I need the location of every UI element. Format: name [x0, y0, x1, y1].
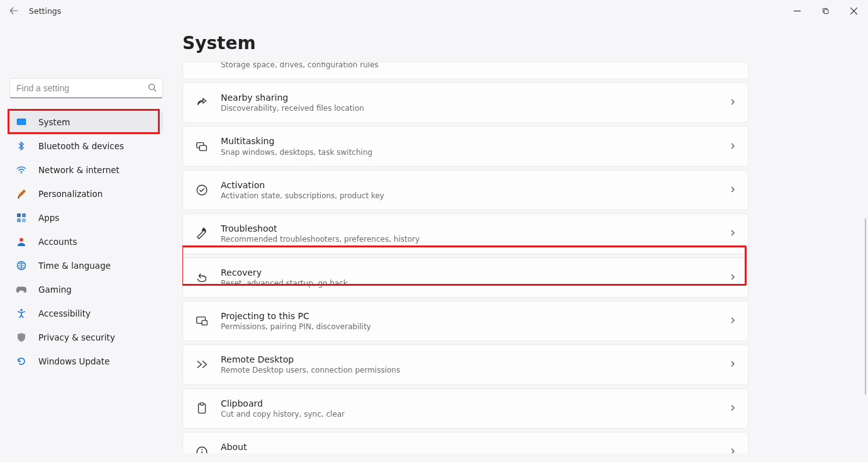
sidebar-item-time-language[interactable]: Time & language	[9, 254, 163, 277]
page-title: System	[170, 33, 868, 54]
sidebar-item-label: Privacy & security	[38, 332, 115, 342]
card-subtitle: Remote Desktop users, connection permiss…	[221, 365, 718, 375]
sidebar-item-label: Personalization	[38, 189, 103, 199]
card-title: Recovery	[221, 267, 718, 278]
chevron-right-icon	[729, 403, 737, 414]
card-subtitle: Permissions, pairing PIN, discoverabilit…	[221, 322, 718, 332]
sidebar-item-apps[interactable]: Apps	[9, 206, 163, 229]
card-title: Activation	[221, 179, 718, 191]
chevron-right-icon	[729, 98, 737, 108]
app-title: Settings	[29, 6, 61, 16]
checkmark-circle-icon	[194, 183, 209, 198]
accounts-icon	[16, 236, 27, 247]
svg-rect-8	[17, 218, 21, 222]
card-title: Troubleshoot	[221, 223, 718, 234]
chevron-right-icon	[729, 142, 737, 152]
card-subtitle: Device specifications, rename PC, Window…	[221, 453, 718, 453]
multitasking-icon	[194, 139, 209, 154]
svg-point-2	[149, 84, 155, 90]
info-icon	[194, 444, 209, 453]
card-title: Nearby sharing	[221, 92, 718, 103]
card-subtitle: Discoverability, received files location	[221, 103, 718, 113]
sidebar-item-system[interactable]: System	[9, 111, 163, 133]
close-icon	[850, 8, 857, 14]
card-subtitle: Snap windows, desktops, task switching	[221, 147, 718, 157]
sidebar-item-accessibility[interactable]: Accessibility	[9, 302, 163, 325]
card-title: About	[221, 441, 718, 453]
card-storage-partial[interactable]: Storage space, drives, configuration rul…	[182, 62, 748, 79]
share-icon	[194, 95, 209, 110]
card-title: Remote Desktop	[221, 354, 718, 365]
recovery-icon	[194, 270, 209, 285]
arrow-left-icon	[9, 6, 18, 15]
close-button[interactable]	[840, 1, 868, 20]
maximize-button[interactable]	[811, 1, 840, 20]
maximize-icon	[822, 8, 829, 14]
sidebar-item-personalization[interactable]: Personalization	[9, 183, 163, 205]
svg-rect-6	[17, 213, 21, 217]
card-title: Multitasking	[221, 135, 718, 147]
minimize-button[interactable]	[783, 1, 811, 20]
sidebar-item-windows-update[interactable]: Windows Update	[9, 350, 163, 373]
card-remote-desktop[interactable]: Remote Desktop Remote Desktop users, con…	[182, 344, 748, 385]
windows-update-icon	[16, 356, 27, 367]
wrench-icon	[194, 226, 209, 241]
svg-rect-4	[18, 120, 25, 125]
card-recovery[interactable]: Recovery Reset, advanced startup, go bac…	[182, 257, 748, 298]
wifi-icon	[16, 164, 27, 176]
back-button[interactable]	[8, 4, 20, 17]
svg-rect-1	[824, 9, 828, 13]
card-activation[interactable]: Activation Activation state, subscriptio…	[182, 170, 748, 210]
chevron-right-icon	[729, 316, 737, 326]
svg-point-12	[20, 309, 23, 312]
sidebar-item-label: Network & internet	[38, 165, 120, 175]
minimize-icon	[794, 8, 801, 14]
sidebar-item-bluetooth[interactable]: Bluetooth & devices	[9, 135, 163, 157]
card-multitasking[interactable]: Multitasking Snap windows, desktops, tas…	[182, 126, 748, 166]
sidebar-item-label: System	[38, 117, 70, 127]
svg-rect-9	[22, 218, 26, 222]
card-subtitle: Reset, advanced startup, go back	[221, 278, 718, 288]
sidebar-item-label: Bluetooth & devices	[38, 141, 124, 151]
projecting-icon	[194, 313, 209, 329]
card-about[interactable]: About Device specifications, rename PC, …	[182, 432, 748, 453]
sidebar-item-gaming[interactable]: Gaming	[9, 278, 163, 301]
card-subtitle: Cut and copy history, sync, clear	[221, 409, 718, 419]
chevron-right-icon	[729, 447, 737, 453]
card-nearby-sharing[interactable]: Nearby sharing Discoverability, received…	[182, 82, 748, 123]
chevron-right-icon	[729, 228, 737, 239]
scrollbar-thumb[interactable]	[865, 218, 867, 395]
chevron-right-icon	[729, 185, 737, 195]
sidebar: System Bluetooth & devices Network & int…	[0, 21, 170, 462]
sidebar-item-privacy[interactable]: Privacy & security	[9, 326, 163, 349]
sidebar-item-network[interactable]: Network & internet	[9, 159, 163, 181]
bluetooth-icon	[16, 140, 27, 152]
sidebar-item-label: Accounts	[38, 237, 77, 247]
apps-icon	[16, 212, 27, 223]
chevron-right-icon	[729, 273, 737, 283]
gaming-icon	[16, 284, 27, 295]
personalization-icon	[16, 188, 27, 200]
card-subtitle: Recommended troubleshooters, preferences…	[221, 234, 718, 244]
card-subtitle: Activation state, subscriptions, product…	[221, 191, 718, 201]
sidebar-item-label: Gaming	[38, 285, 72, 295]
svg-point-10	[19, 238, 23, 242]
svg-rect-17	[202, 320, 207, 325]
time-language-icon	[16, 260, 27, 271]
scrollbar[interactable]	[865, 62, 867, 453]
accessibility-icon	[16, 308, 27, 319]
svg-point-5	[21, 173, 22, 174]
search-icon	[148, 83, 157, 94]
card-projecting[interactable]: Projecting to this PC Permissions, pairi…	[182, 301, 748, 341]
sidebar-item-accounts[interactable]: Accounts	[9, 230, 163, 253]
card-troubleshoot[interactable]: Troubleshoot Recommended troubleshooters…	[182, 213, 748, 254]
sidebar-item-label: Accessibility	[38, 308, 91, 318]
card-title: Clipboard	[221, 398, 718, 409]
search-input[interactable]	[9, 78, 163, 98]
card-title: Projecting to this PC	[221, 310, 718, 322]
sidebar-item-label: Apps	[38, 213, 59, 223]
chevron-right-icon	[729, 359, 737, 369]
window-controls	[783, 1, 868, 20]
svg-point-21	[201, 449, 203, 451]
card-clipboard[interactable]: Clipboard Cut and copy history, sync, cl…	[182, 388, 748, 429]
